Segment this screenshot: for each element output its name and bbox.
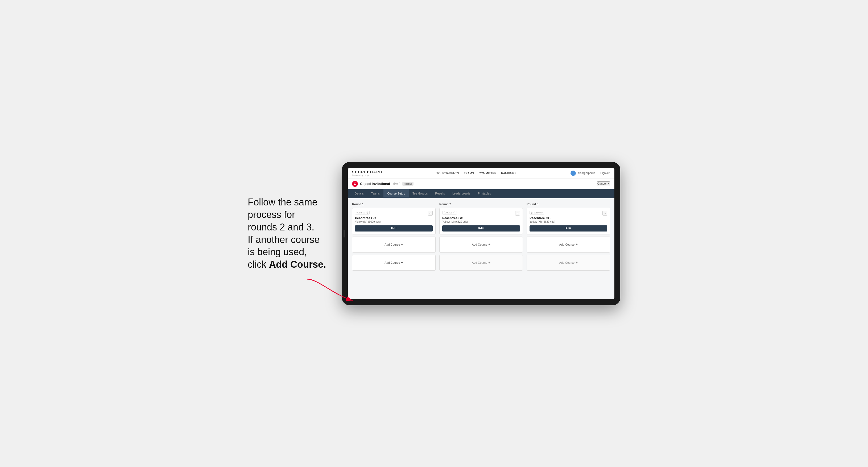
round-3-add-course-2: Add Course +	[527, 255, 610, 271]
round-1-add-course-2-plus: +	[401, 260, 403, 264]
tab-leaderboards[interactable]: Leaderboards	[448, 189, 474, 198]
tournament-name: Clippd Invitational	[360, 182, 390, 186]
page-wrapper: Follow the same process for rounds 2 and…	[248, 162, 620, 305]
nav-links: TOURNAMENTS TEAMS COMMITTEE RANKINGS	[436, 172, 516, 175]
hosting-badge: Hosting	[402, 182, 414, 186]
round-1-course-card: (Course A) ○ Peachtree GC Yellow (M) (66…	[352, 208, 436, 235]
tab-printables[interactable]: Printables	[474, 189, 495, 198]
tab-course-setup[interactable]: Course Setup	[383, 189, 409, 198]
round-3-delete-button[interactable]: ○	[602, 211, 607, 216]
round-1-add-course-1[interactable]: Add Course +	[352, 237, 436, 252]
tab-results[interactable]: Results	[431, 189, 448, 198]
powered-by: Powered by clippd	[352, 174, 382, 177]
round-1-course-tee: Yellow (M) (6629 yds)	[355, 220, 433, 223]
round-2-delete-button[interactable]: ○	[515, 211, 520, 216]
cancel-button[interactable]: Cancel ✕	[597, 182, 610, 186]
instruction-line3: rounds 2 and 3.	[248, 222, 314, 232]
round-3-add-course-1[interactable]: Add Course +	[527, 237, 610, 252]
round-2-column: Round 2 (Course A) ○ Peachtree GC Yellow…	[439, 203, 523, 273]
user-avatar	[570, 170, 576, 176]
round-3-course-card: (Course A) ○ Peachtree GC Yellow (M) (66…	[527, 208, 610, 235]
round-1-add-course-1-text: Add Course	[384, 243, 400, 246]
separator: |	[598, 172, 598, 175]
round-3-add-course-1-text: Add Course	[559, 243, 575, 246]
round-1-edit-button[interactable]: Edit	[355, 225, 433, 231]
main-content: Round 1 (Course A) ○ Peachtree GC Yellow…	[348, 198, 614, 299]
rounds-grid: Round 1 (Course A) ○ Peachtree GC Yellow…	[352, 203, 610, 273]
round-2-course-tee: Yellow (M) (6629 yds)	[442, 220, 520, 223]
round-1-course-tag: (Course A)	[355, 211, 370, 215]
logo-area: SCOREBOARD Powered by clippd	[352, 170, 382, 177]
nav-rankings[interactable]: RANKINGS	[501, 172, 516, 175]
nav-teams[interactable]: TEAMS	[464, 172, 474, 175]
round-1-add-course-1-plus: +	[401, 242, 403, 246]
round-2-course-card: (Course A) ○ Peachtree GC Yellow (M) (66…	[439, 208, 523, 235]
tab-bar: Details Teams Course Setup Tee Groups Re…	[348, 189, 614, 198]
tournament-gender: (Men)	[393, 182, 400, 185]
tablet-screen: SCOREBOARD Powered by clippd TOURNAMENTS…	[348, 168, 614, 299]
tab-teams[interactable]: Teams	[368, 189, 383, 198]
round-3-add-course-1-plus: +	[576, 242, 578, 246]
tab-details[interactable]: Details	[351, 189, 368, 198]
round-3-card-header: (Course A) ○	[530, 211, 607, 216]
instruction-line5: is being used,	[248, 246, 307, 257]
round-2-course-name: Peachtree GC	[442, 216, 520, 220]
tablet-frame: SCOREBOARD Powered by clippd TOURNAMENTS…	[342, 162, 620, 305]
nav-tournaments[interactable]: TOURNAMENTS	[436, 172, 459, 175]
round-2-add-course-1[interactable]: Add Course +	[439, 237, 523, 252]
round-3-course-name: Peachtree GC	[530, 216, 607, 220]
clippd-logo: C	[352, 181, 358, 187]
instruction-block: Follow the same process for rounds 2 and…	[248, 196, 326, 271]
top-nav: SCOREBOARD Powered by clippd TOURNAMENTS…	[348, 168, 614, 179]
round-2-add-course-1-plus: +	[488, 242, 490, 246]
instruction-line1: Follow the same	[248, 197, 317, 208]
round-3-course-tee: Yellow (M) (6629 yds)	[530, 220, 607, 223]
round-1-label: Round 1	[352, 203, 436, 206]
sign-out-link[interactable]: Sign out	[600, 172, 610, 175]
round-1-column: Round 1 (Course A) ○ Peachtree GC Yellow…	[352, 203, 436, 273]
round-3-add-course-2-text: Add Course	[559, 261, 575, 264]
tab-tee-groups[interactable]: Tee Groups	[409, 189, 431, 198]
round-3-add-course-2-plus: +	[576, 260, 578, 264]
round-3-label: Round 3	[527, 203, 610, 206]
round-2-edit-button[interactable]: Edit	[442, 225, 520, 231]
instruction-line6-bold: Add Course.	[269, 259, 326, 270]
round-1-card-header: (Course A) ○	[355, 211, 433, 216]
round-3-edit-button[interactable]: Edit	[530, 225, 607, 231]
round-2-add-course-1-text: Add Course	[472, 243, 487, 246]
tablet-side-button	[344, 230, 345, 238]
round-2-add-course-2-plus: +	[488, 260, 490, 264]
tournament-info: C Clippd Invitational (Men) Hosting	[352, 181, 413, 187]
sub-header: C Clippd Invitational (Men) Hosting Canc…	[348, 179, 614, 189]
round-1-delete-button[interactable]: ○	[428, 211, 433, 216]
round-1-course-name: Peachtree GC	[355, 216, 433, 220]
round-3-course-tag: (Course A)	[530, 211, 544, 215]
round-2-add-course-2: Add Course +	[439, 255, 523, 271]
user-email: blair@clippd.io	[578, 172, 595, 175]
round-1-add-course-2-text: Add Course	[384, 261, 400, 264]
round-2-card-header: (Course A) ○	[442, 211, 520, 216]
round-2-label: Round 2	[439, 203, 523, 206]
round-3-column: Round 3 (Course A) ○ Peachtree GC Yellow…	[527, 203, 610, 273]
round-1-add-course-2[interactable]: Add Course +	[352, 255, 436, 271]
round-2-add-course-2-text: Add Course	[472, 261, 487, 264]
nav-committee[interactable]: COMMITTEE	[479, 172, 496, 175]
instruction-line2: process for	[248, 209, 295, 220]
instruction-line4: If another course	[248, 234, 319, 245]
user-area: blair@clippd.io | Sign out	[570, 170, 610, 176]
instruction-line6-prefix: click	[248, 259, 269, 270]
round-2-course-tag: (Course A)	[442, 211, 457, 215]
scoreboard-logo: SCOREBOARD	[352, 170, 382, 174]
